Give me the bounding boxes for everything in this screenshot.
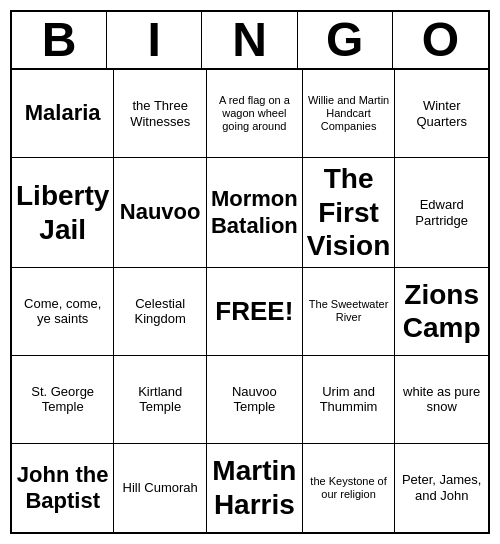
bingo-cell: The Sweetwater River bbox=[303, 268, 396, 356]
bingo-card: BINGO Malariathe Three WitnessesA red fl… bbox=[10, 10, 490, 534]
bingo-cell: Come, come, ye saints bbox=[12, 268, 114, 356]
bingo-cell: Mormon Batalion bbox=[207, 158, 303, 268]
bingo-cell: A red flag on a wagon wheel going around bbox=[207, 70, 303, 158]
bingo-cell: Malaria bbox=[12, 70, 114, 158]
bingo-cell: Urim and Thummim bbox=[303, 356, 396, 444]
bingo-header: BINGO bbox=[12, 12, 488, 70]
bingo-cell: John the Baptist bbox=[12, 444, 114, 532]
bingo-cell: Kirtland Temple bbox=[114, 356, 207, 444]
bingo-cell: FREE! bbox=[207, 268, 303, 356]
bingo-cell: Edward Partridge bbox=[395, 158, 488, 268]
bingo-cell: Zions Camp bbox=[395, 268, 488, 356]
bingo-cell: Willie and Martin Handcart Companies bbox=[303, 70, 396, 158]
bingo-cell: Nauvoo bbox=[114, 158, 207, 268]
header-letter: O bbox=[393, 12, 488, 68]
bingo-cell: the Keystone of our religion bbox=[303, 444, 396, 532]
bingo-cell: St. George Temple bbox=[12, 356, 114, 444]
header-letter: N bbox=[202, 12, 297, 68]
bingo-cell: Liberty Jail bbox=[12, 158, 114, 268]
bingo-cell: the Three Witnesses bbox=[114, 70, 207, 158]
bingo-cell: Nauvoo Temple bbox=[207, 356, 303, 444]
header-letter: B bbox=[12, 12, 107, 68]
bingo-cell: Hill Cumorah bbox=[114, 444, 207, 532]
bingo-cell: Peter, James, and John bbox=[395, 444, 488, 532]
bingo-cell: Celestial Kingdom bbox=[114, 268, 207, 356]
bingo-cell: The First Vision bbox=[303, 158, 396, 268]
header-letter: I bbox=[107, 12, 202, 68]
bingo-cell: Martin Harris bbox=[207, 444, 303, 532]
bingo-cell: Winter Quarters bbox=[395, 70, 488, 158]
header-letter: G bbox=[298, 12, 393, 68]
bingo-cell: white as pure snow bbox=[395, 356, 488, 444]
bingo-grid: Malariathe Three WitnessesA red flag on … bbox=[12, 70, 488, 532]
